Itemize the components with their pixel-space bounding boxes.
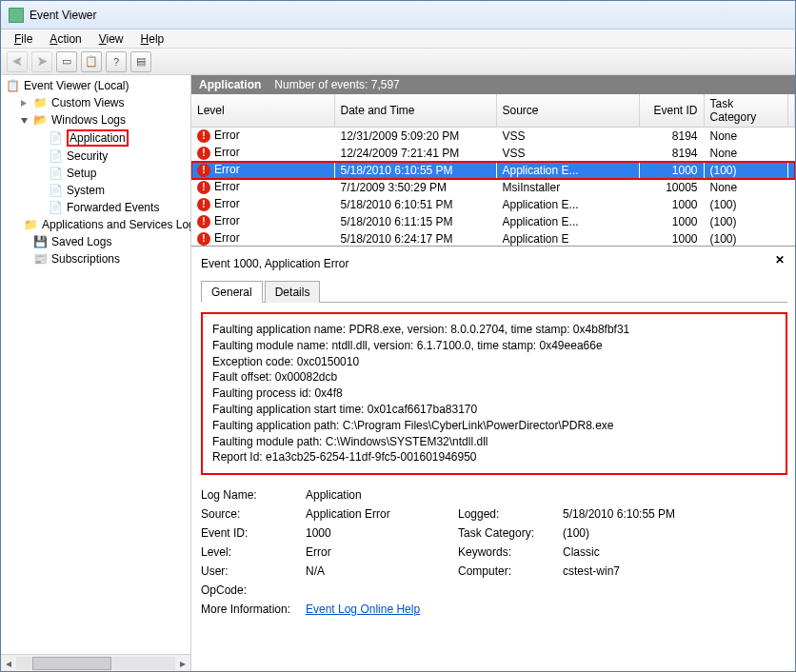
sidebar-hscrollbar[interactable]: ◂ ▸	[1, 654, 190, 671]
detail-properties: Log Name: Application Source: Applicatio…	[201, 488, 787, 616]
back-button[interactable]: ⮜	[7, 51, 28, 72]
filter-button[interactable]: 📋	[81, 51, 102, 72]
menu-view-label: iew	[107, 32, 124, 46]
col-source[interactable]: Source	[496, 94, 639, 128]
prop-label: User:	[201, 564, 306, 578]
log-icon: 📄	[48, 148, 63, 164]
error-icon: !	[197, 215, 210, 228]
col-cat[interactable]: Task Category	[704, 94, 787, 128]
table-row[interactable]: !Error5/18/2010 6:11:15 PMApplication E.…	[191, 213, 795, 230]
prop-label: Task Category:	[458, 526, 563, 540]
tree-label: Forwarded Events	[67, 201, 159, 214]
folder-icon: 📁	[32, 95, 48, 110]
event-grid[interactable]: Level Date and Time Source Event ID Task…	[191, 94, 795, 247]
error-icon: !	[197, 129, 210, 143]
collapse-icon[interactable]	[20, 116, 29, 125]
detail-line: Faulting module name: ntdll.dll, version…	[212, 338, 776, 354]
tree-label: Windows Logs	[51, 113, 126, 127]
tree-custom-views[interactable]: 📁 Custom Views	[18, 94, 190, 111]
prop-label: Log Name:	[201, 488, 306, 502]
detail-line: Report Id: e1a3cb25-6254-11df-9fc5-00160…	[212, 449, 776, 465]
titlebar[interactable]: Event Viewer	[1, 1, 795, 30]
tree-application-label: Application	[67, 129, 129, 147]
menu-view[interactable]: View	[91, 30, 131, 48]
scroll-right-icon[interactable]: ▸	[175, 657, 190, 670]
error-icon: !	[197, 181, 210, 194]
table-row[interactable]: !Error12/24/2009 7:21:41 PMVSS8194None	[191, 145, 795, 162]
detail-line: Faulting application name: PDR8.exe, ver…	[212, 322, 776, 338]
help-button[interactable]: ?	[106, 51, 127, 72]
tab-details[interactable]: Details	[265, 281, 321, 303]
log-icon: 📄	[48, 130, 63, 146]
detail-line: Fault offset: 0x00082dcb	[212, 369, 776, 385]
prop-value: Classic	[563, 545, 734, 559]
more-info-link[interactable]: Event Log Online Help	[306, 603, 420, 616]
content-header-title: Application	[199, 78, 261, 91]
tree-application[interactable]: 📄 Application	[33, 128, 190, 148]
log-icon: 📄	[48, 166, 63, 181]
tree-saved[interactable]: 💾 Saved Logs	[18, 233, 190, 250]
prop-value: 5/18/2010 6:10:55 PM	[563, 507, 734, 521]
detail-line: Faulting process id: 0x4f8	[212, 385, 776, 402]
tree-setup[interactable]: 📄 Setup	[33, 165, 190, 182]
table-row[interactable]: !Error12/31/2009 5:09:20 PMVSS8194None	[191, 128, 795, 145]
prop-value: (100)	[563, 526, 734, 540]
prop-label: OpCode:	[201, 583, 306, 597]
detail-line: Faulting application start time: 0x01caf…	[212, 402, 776, 418]
close-button[interactable]: ✕	[772, 253, 787, 268]
menu-help[interactable]: Help	[133, 30, 172, 48]
log-icon: 📄	[48, 183, 63, 198]
detail-tabs: General Details	[201, 280, 787, 303]
scroll-left-icon[interactable]: ◂	[1, 657, 16, 670]
table-row[interactable]: !Error7/1/2009 3:50:29 PMMsiInstaller100…	[191, 179, 795, 196]
tree[interactable]: 📋 Event Viewer (Local) 📁 Custom Views	[1, 75, 190, 654]
tree-system[interactable]: 📄 System	[33, 182, 190, 199]
prop-value: Application Error	[306, 507, 458, 521]
scroll-thumb[interactable]	[32, 657, 112, 670]
detail-line: Exception code: 0xc0150010	[212, 354, 776, 370]
table-row[interactable]: !Error5/18/2010 6:24:17 PMApplication E1…	[191, 230, 795, 247]
prop-value: Error	[306, 545, 458, 559]
detail-title: Event 1000, Application Error	[201, 257, 787, 270]
detail-line: Faulting module path: C:\Windows\SYSTEM3…	[212, 434, 776, 450]
show-hide-tree-button[interactable]: ▭	[56, 51, 77, 72]
col-spacer	[787, 94, 795, 128]
details-pane: ✕ Event 1000, Application Error General …	[191, 247, 795, 671]
detail-body: Faulting application name: PDR8.exe, ver…	[201, 312, 787, 475]
col-level[interactable]: Level	[191, 94, 334, 128]
col-eventid[interactable]: Event ID	[639, 94, 704, 128]
prop-label: More Information:	[201, 603, 306, 616]
forward-button[interactable]: ⮞	[31, 51, 52, 72]
tree-apps-services[interactable]: 📁 Applications and Services Logs	[18, 216, 190, 233]
tree-subscriptions[interactable]: 📰 Subscriptions	[18, 250, 190, 267]
main: Application Number of events: 7,597 Leve…	[191, 75, 795, 671]
menu-action[interactable]: Action	[42, 30, 89, 48]
subscriptions-icon: 📰	[32, 251, 48, 267]
menu-file[interactable]: File	[7, 30, 40, 48]
tree-label: Subscriptions	[51, 252, 120, 266]
prop-label: Keywords:	[458, 545, 563, 559]
log-icon: 📄	[48, 200, 63, 215]
folder-icon: 📁	[24, 217, 38, 232]
menu-action-label: ction	[57, 32, 81, 46]
event-viewer-icon: 📋	[5, 78, 20, 93]
tree-forwarded[interactable]: 📄 Forwarded Events	[33, 199, 190, 216]
tree-windows-logs[interactable]: 📂 Windows Logs	[18, 111, 190, 128]
tab-general[interactable]: General	[201, 281, 263, 303]
tree-security[interactable]: 📄 Security	[33, 148, 190, 165]
refresh-button[interactable]: ▤	[130, 51, 151, 72]
col-date[interactable]: Date and Time	[334, 94, 496, 128]
sidebar: 📋 Event Viewer (Local) 📁 Custom Views	[1, 75, 191, 671]
tree-root[interactable]: 📋 Event Viewer (Local)	[3, 77, 190, 94]
menu-file-label: ile	[21, 32, 32, 46]
table-row[interactable]: !Error5/18/2010 6:10:51 PMApplication E.…	[191, 196, 795, 213]
detail-line: Faulting application path: C:\Program Fi…	[212, 418, 776, 434]
tree-label: Saved Logs	[51, 235, 111, 248]
toolbar: ⮜ ⮞ ▭ 📋 ? ▤	[1, 49, 795, 75]
prop-value: cstest-win7	[563, 564, 734, 578]
prop-label: Computer:	[458, 564, 563, 578]
tree-label: Setup	[67, 167, 96, 180]
table-row[interactable]: !Error5/18/2010 6:10:55 PMApplication E.…	[191, 162, 795, 179]
error-icon: !	[197, 232, 210, 246]
expand-icon[interactable]	[20, 99, 29, 108]
